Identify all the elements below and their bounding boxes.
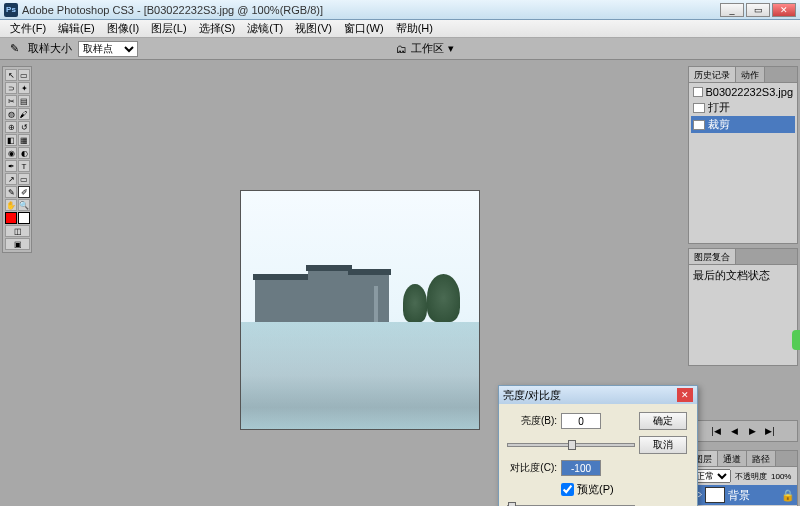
shape-tool[interactable]: ▭	[18, 173, 30, 185]
layer-row-background[interactable]: 👁 背景 🔒	[689, 485, 797, 505]
brightness-slider[interactable]	[507, 443, 635, 447]
blur-tool[interactable]: ◉	[5, 147, 17, 159]
history-panel: 历史记录 动作 B03022232S3.jpg 打开 裁剪	[688, 66, 798, 244]
dodge-tool[interactable]: ◐	[18, 147, 30, 159]
close-button[interactable]: ✕	[772, 3, 796, 17]
maximize-button[interactable]: ▭	[746, 3, 770, 17]
window-controls: _ ▭ ✕	[720, 3, 796, 17]
history-brush-tool[interactable]: ↺	[18, 121, 30, 133]
image-building	[255, 279, 307, 322]
ok-button[interactable]: 确定	[639, 412, 687, 430]
menu-edit[interactable]: 编辑(E)	[52, 19, 101, 38]
dialog-close-button[interactable]: ✕	[677, 388, 693, 402]
layer-name: 背景	[728, 488, 750, 503]
image-pagoda	[374, 286, 378, 322]
eyedropper-tool[interactable]: ✐	[18, 186, 30, 198]
layers-panel: 图层 通道 路径 正常 不透明度 100% 👁 背景 🔒	[688, 450, 798, 506]
menu-layer[interactable]: 图层(L)	[145, 19, 192, 38]
screenmode-toggle[interactable]: ▣	[5, 238, 30, 250]
step-icon	[693, 120, 705, 130]
menu-select[interactable]: 选择(S)	[193, 19, 242, 38]
nav-controls: |◀ ◀ ▶ ▶|	[688, 420, 798, 442]
hand-tool[interactable]: ✋	[5, 199, 17, 211]
slice-tool[interactable]: ▤	[18, 95, 30, 107]
foreground-color[interactable]	[5, 212, 17, 224]
menu-window[interactable]: 窗口(W)	[338, 19, 390, 38]
lock-icon: 🔒	[781, 489, 795, 502]
eraser-tool[interactable]: ◧	[5, 134, 17, 146]
step-icon	[693, 103, 705, 113]
opacity-value[interactable]: 100%	[771, 472, 791, 481]
sample-size-select[interactable]: 取样点	[78, 41, 138, 57]
preview-label: 预览(P)	[577, 482, 614, 497]
snapshot-thumb-icon	[693, 87, 703, 97]
menu-image[interactable]: 图像(I)	[101, 19, 145, 38]
app-icon: Ps	[4, 3, 18, 17]
layer-comp-item[interactable]: 最后的文档状态	[691, 267, 795, 284]
history-step-label: 裁剪	[708, 117, 730, 132]
brightness-label: 亮度(B):	[507, 414, 557, 428]
history-step-crop[interactable]: 裁剪	[691, 116, 795, 133]
history-step-open[interactable]: 打开	[691, 99, 795, 116]
menu-help[interactable]: 帮助(H)	[390, 19, 439, 38]
contrast-input[interactable]	[561, 460, 601, 476]
menubar: 文件(F) 编辑(E) 图像(I) 图层(L) 选择(S) 滤镜(T) 视图(V…	[0, 20, 800, 38]
titlebar: Ps Adobe Photoshop CS3 - [B03022232S3.jp…	[0, 0, 800, 20]
nav-next-icon[interactable]: ▶	[746, 425, 758, 437]
workspace-label[interactable]: 工作区	[411, 41, 444, 56]
workspace-icon: 🗂	[396, 43, 407, 55]
options-bar: ✎ 取样大小 取样点 🗂 工作区 ▾	[0, 38, 800, 60]
document-canvas[interactable]	[240, 190, 480, 430]
history-tab[interactable]: 历史记录	[689, 67, 736, 82]
brightness-input[interactable]	[561, 413, 601, 429]
history-doc-name: B03022232S3.jpg	[706, 86, 793, 98]
cancel-button[interactable]: 取消	[639, 436, 687, 454]
image-building	[308, 270, 351, 322]
stamp-tool[interactable]: ⊕	[5, 121, 17, 133]
marquee-tool[interactable]: ▭	[18, 69, 30, 81]
layer-comps-tab[interactable]: 图层复合	[689, 249, 736, 264]
type-tool[interactable]: T	[18, 160, 30, 172]
notes-tool[interactable]: ✎	[5, 186, 17, 198]
gradient-tool[interactable]: ▦	[18, 134, 30, 146]
layer-comps-panel: 图层复合 最后的文档状态	[688, 248, 798, 366]
menu-filter[interactable]: 滤镜(T)	[241, 19, 289, 38]
paths-tab[interactable]: 路径	[747, 451, 776, 466]
nav-first-icon[interactable]: |◀	[710, 425, 722, 437]
path-tool[interactable]: ↗	[5, 173, 17, 185]
brush-tool[interactable]: 🖌	[18, 108, 30, 120]
sample-size-label: 取样大小	[28, 41, 72, 56]
opacity-label: 不透明度	[735, 471, 767, 482]
dialog-titlebar[interactable]: 亮度/对比度 ✕	[499, 386, 697, 404]
history-snapshot[interactable]: B03022232S3.jpg	[691, 85, 795, 99]
channels-tab[interactable]: 通道	[718, 451, 747, 466]
wand-tool[interactable]: ✦	[18, 82, 30, 94]
crop-tool[interactable]: ✂	[5, 95, 17, 107]
image-building	[350, 274, 388, 322]
pen-tool[interactable]: ✒	[5, 160, 17, 172]
nav-last-icon[interactable]: ▶|	[764, 425, 776, 437]
workspace-dropdown-icon[interactable]: ▾	[448, 42, 454, 55]
bridge-launcher[interactable]	[792, 330, 800, 350]
nav-prev-icon[interactable]: ◀	[728, 425, 740, 437]
menu-view[interactable]: 视图(V)	[289, 19, 338, 38]
image-reflection	[241, 322, 479, 429]
toolbox: ↖ ▭ ⊃ ✦ ✂ ▤ ◍ 🖌 ⊕ ↺ ◧ ▦ ◉ ◐ ✒ T ↗ ▭ ✎ ✐ …	[2, 66, 32, 253]
quickmask-toggle[interactable]: ◫	[5, 225, 30, 237]
layer-thumb	[705, 487, 725, 503]
preview-checkbox[interactable]	[561, 483, 574, 496]
image-tree	[427, 274, 460, 322]
heal-tool[interactable]: ◍	[5, 108, 17, 120]
minimize-button[interactable]: _	[720, 3, 744, 17]
eyedropper-icon: ✎	[6, 41, 22, 57]
actions-tab[interactable]: 动作	[736, 67, 765, 82]
move-tool[interactable]: ↖	[5, 69, 17, 81]
right-panels: 历史记录 动作 B03022232S3.jpg 打开 裁剪 图层复合 最后的文档…	[688, 66, 798, 366]
menu-file[interactable]: 文件(F)	[4, 19, 52, 38]
history-step-label: 打开	[708, 100, 730, 115]
lasso-tool[interactable]: ⊃	[5, 82, 17, 94]
background-color[interactable]	[18, 212, 30, 224]
zoom-tool[interactable]: 🔍	[18, 199, 30, 211]
image-tree	[403, 284, 427, 322]
contrast-label: 对比度(C):	[507, 461, 557, 475]
